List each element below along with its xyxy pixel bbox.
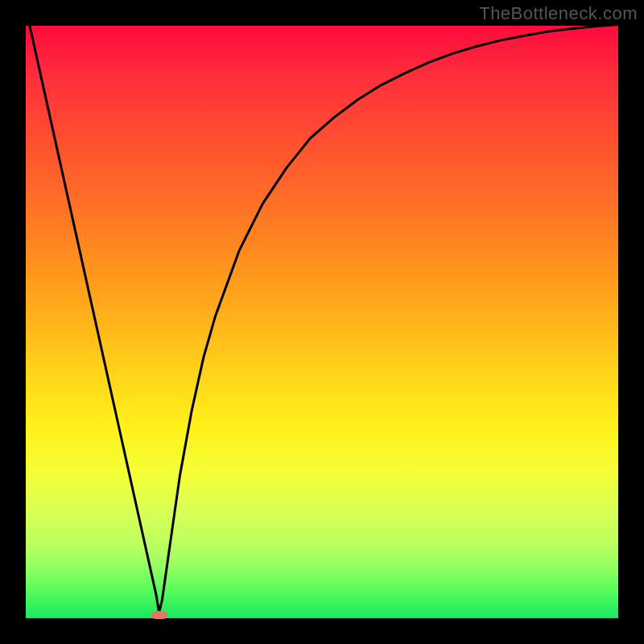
min-marker [151, 611, 167, 619]
watermark-text: TheBottleneck.com [479, 3, 638, 24]
chart-frame: TheBottleneck.com [0, 0, 644, 644]
chart-svg [26, 26, 618, 618]
bottleneck-curve [26, 8, 618, 613]
